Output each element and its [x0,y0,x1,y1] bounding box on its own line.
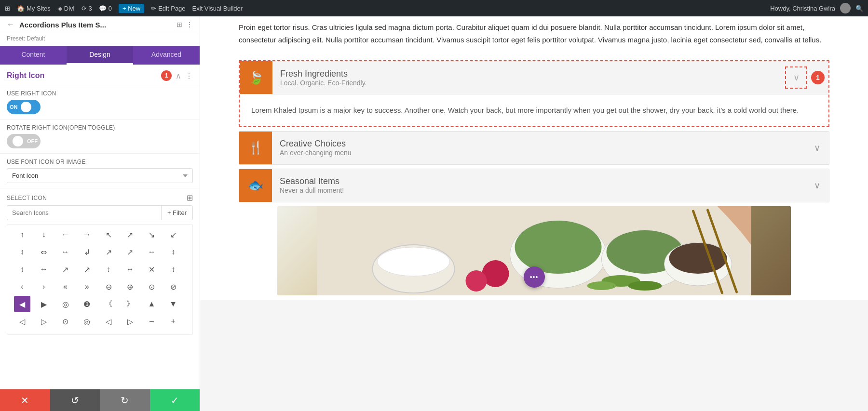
icon-cell-20[interactable]: ↕ [100,261,117,278]
icon-cell-25[interactable]: › [36,278,52,295]
icon-cell-23[interactable]: ↕ [165,261,181,278]
icon-cell-44[interactable]: ◁ [100,313,117,330]
fab-button[interactable]: ••• [524,266,545,288]
icon-cell-50[interactable]: ⊖ [57,331,74,335]
new-button[interactable]: + New [119,4,144,13]
comments-link[interactable]: 💬 0 [99,5,112,12]
icon-cell-31[interactable]: ⊘ [165,278,181,295]
icon-cell-5[interactable]: ↗ [122,226,138,243]
my-sites-link[interactable]: 🏠 My Sites [17,5,51,12]
icon-cell-30[interactable]: ⊙ [144,278,160,295]
icon-cell-48[interactable]: ▸ [14,331,30,335]
icon-cell-34[interactable]: ◎ [57,296,74,312]
icon-cell-45[interactable]: ▷ [122,313,138,330]
icon-cell-0[interactable]: ↑ [14,226,30,243]
icon-cell-27[interactable]: » [79,278,95,295]
icon-cell-37[interactable]: 》 [122,296,138,312]
toggle-on-label: ON [10,104,18,110]
icon-cell-35[interactable]: ❸ [79,296,95,312]
count-link[interactable]: ⟳ 3 [81,5,92,12]
icon-cell-29[interactable]: ⊕ [122,278,138,295]
icon-cell-3[interactable]: → [79,226,95,243]
more-icon[interactable]: ⋮ [185,71,193,80]
accordion-title-wrap-1: Fresh Ingredients Local. Organic. Eco-Fr… [272,64,785,92]
accordion-title-wrap-3: Seasonal Items Never a dull moment! [272,172,805,199]
font-icon-select[interactable]: Font Icon Image [7,168,193,183]
icon-cell-47[interactable]: + [165,313,181,330]
icon-cell-49[interactable]: ⊕ [36,331,52,335]
icon-cell-26[interactable]: « [57,278,74,295]
dots-icon[interactable]: ⋮ [186,21,193,28]
icon-cell-6[interactable]: ↘ [144,226,160,243]
icon-cell-33[interactable]: ▶ [36,296,52,312]
icon-cell-11[interactable]: ↲ [79,244,95,260]
count-icon: ⟳ [81,5,87,12]
accordion-header-2[interactable]: 🍴 Creative Choices An ever-changing menu… [239,132,829,164]
icon-cell-39[interactable]: ▼ [165,296,181,312]
icon-cell-28[interactable]: ⊖ [100,278,117,295]
icon-cell-1[interactable]: ↓ [36,226,52,243]
icon-cell-4[interactable]: ↖ [100,226,117,243]
cancel-button[interactable]: ✕ [0,389,50,411]
select-icon-label: Select Icon [7,195,47,201]
icon-cell-19[interactable]: ↗ [79,261,95,278]
accordion-header-1[interactable]: 🍃 Fresh Ingredients Local. Organic. Eco-… [240,61,828,94]
food-image-wrap: ••• [277,206,791,295]
chevron-up-icon[interactable]: ∧ [176,71,181,80]
accordion-area: 🍃 Fresh Ingredients Local. Organic. Eco-… [200,55,868,300]
icon-cell-2[interactable]: ← [57,226,74,243]
left-panel: ← Accordions Plus Item S... ⊞ ⋮ Preset: … [0,16,200,411]
plus-filter-icon: + Filter [167,209,187,216]
back-icon[interactable]: ← [7,20,14,29]
icon-cell-17[interactable]: ↔ [36,261,52,278]
tab-advanced[interactable]: Advanced [133,46,200,65]
wp-icon[interactable]: ⊞ [5,5,10,12]
icon-cell-22[interactable]: ✕ [144,261,160,278]
icon-cell-53[interactable]: ↺ [122,331,138,335]
tab-content[interactable]: Content [0,46,67,65]
icon-cell-21[interactable]: ↔ [122,261,138,278]
icon-cell-40[interactable]: ◁ [14,313,30,330]
icon-cell-41[interactable]: ▷ [36,313,52,330]
exit-builder-link[interactable]: Exit Visual Builder [192,5,243,12]
icon-cell-15[interactable]: ↕ [165,244,181,260]
divi-link[interactable]: ◈ Divi [57,5,75,12]
icon-cell-10[interactable]: ↔ [57,244,74,260]
rotate-right-icon-toggle[interactable]: OFF [7,134,41,148]
icon-cell-42[interactable]: ⊙ [57,313,74,330]
grid-icon[interactable]: ⊞ [176,21,182,28]
icon-cell-32[interactable]: ◀ [14,296,30,312]
preset-label[interactable]: Preset: Default [7,35,45,42]
icon-cell-14[interactable]: ↔ [144,244,160,260]
chevron-dashed-box[interactable]: ∨ [785,66,807,89]
icon-cell-18[interactable]: ↗ [57,261,74,278]
icon-cell-36[interactable]: 《 [100,296,117,312]
undo-button[interactable]: ↺ [50,389,100,411]
accordion-header-3[interactable]: 🐟 Seasonal Items Never a dull moment! ∨ [239,169,829,202]
intro-paragraph: Proin eget tortor risus. Cras ultricies … [239,21,829,46]
icon-cell-24[interactable]: ‹ [14,278,30,295]
save-button[interactable]: ✓ [150,389,200,411]
use-right-icon-toggle[interactable]: ON [7,100,41,114]
icon-cell-52[interactable]: ▷ [100,331,117,335]
icon-cell-55[interactable]: ✕ [165,331,181,335]
redo-button[interactable]: ↻ [100,389,150,411]
icon-cell-9[interactable]: ⇔ [36,244,52,260]
icon-cell-54[interactable]: — [144,331,160,335]
icon-cell-8[interactable]: ↕ [14,244,30,260]
search-icon[interactable]: 🔍 [855,5,863,12]
search-icons-input[interactable] [7,205,161,220]
icon-search-row: + Filter [0,205,200,224]
filter-button[interactable]: + Filter [161,205,193,220]
icon-cell-38[interactable]: ▲ [144,296,160,312]
expand-icon-button[interactable]: ⊞ [187,193,193,202]
tab-design[interactable]: Design [67,46,133,65]
icon-cell-51[interactable]: ⊏ [79,331,95,335]
icon-cell-16[interactable]: ↕ [14,261,30,278]
icon-cell-43[interactable]: ◎ [79,313,95,330]
icon-cell-12[interactable]: ↗ [100,244,117,260]
icon-cell-13[interactable]: ↗ [122,244,138,260]
icon-cell-46[interactable]: – [144,313,160,330]
icon-cell-7[interactable]: ↙ [165,226,181,243]
edit-page-link[interactable]: ✏ Edit Page [151,5,185,12]
